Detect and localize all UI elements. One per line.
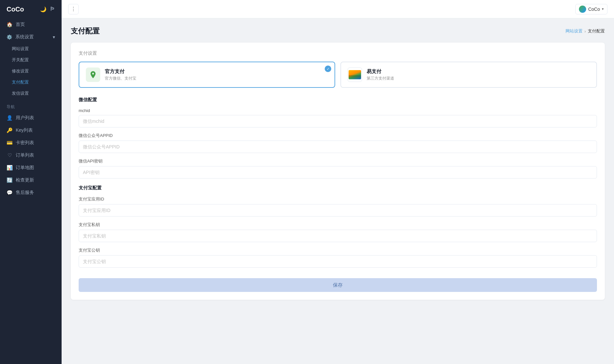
mchid-label: mchid	[79, 108, 597, 113]
yifu-payment-name: 易支付	[367, 68, 394, 75]
content-area: 支付配置 网站设置 › 支付配置 支付设置 官方支付	[62, 18, 614, 364]
after-sales-label: 售后服务	[16, 190, 34, 196]
official-payment-info: 官方支付 官方微信、支付宝	[105, 68, 136, 81]
save-button[interactable]: 保存	[79, 278, 597, 292]
modify-settings-label: 修改设置	[12, 68, 29, 74]
menu-button[interactable]: ⋮	[68, 4, 79, 14]
sidebar-item-home-label: 首页	[16, 22, 25, 28]
sidebar-item-check-update[interactable]: 🔄 检查更新	[0, 174, 62, 186]
username: CoCo	[588, 7, 600, 12]
form-group-api-key: 微信API密钥	[79, 158, 597, 179]
yifu-payment-desc: 第三方支付渠道	[367, 76, 394, 81]
yifu-card-inner	[349, 70, 361, 79]
settings-icon: ⚙️	[7, 34, 12, 40]
appid-label: 微信公众号APPID	[79, 133, 597, 139]
sidebar-parent-left: ⚙️ 系统设置	[7, 34, 34, 40]
breadcrumb-separator: ›	[585, 29, 586, 34]
api-key-input[interactable]	[79, 166, 597, 179]
main-area: ⋮ CoCo ▾ 支付配置 网站设置 › 支付配置 支付设置	[62, 0, 614, 364]
sidebar-item-email-settings[interactable]: 发信设置	[0, 88, 62, 99]
form-group-alipay-appid: 支付宝应用ID	[79, 196, 597, 217]
nav-section-header: 导航	[0, 99, 62, 112]
avatar	[579, 6, 586, 13]
dots-icon: ⋮	[71, 6, 76, 12]
yifu-payment-icon	[348, 67, 362, 82]
chevron-down-icon: ▾	[53, 34, 55, 40]
form-group-alipay-private-key: 支付宝私钥	[79, 222, 597, 242]
alipay-private-key-label: 支付宝私钥	[79, 222, 597, 228]
flag-icon[interactable]: 🏳	[50, 6, 55, 12]
moon-icon[interactable]: 🌙	[40, 6, 47, 12]
sidebar-system-settings-label: 系统设置	[15, 34, 34, 40]
refresh-icon: 🔄	[7, 177, 12, 183]
sidebar-item-switch-config[interactable]: 开关配置	[0, 54, 62, 66]
app-name: CoCo	[7, 6, 24, 13]
website-settings-label: 网站设置	[12, 46, 29, 52]
topbar: ⋮ CoCo ▾	[62, 0, 614, 18]
wechat-config-title: 微信配置	[79, 97, 597, 103]
official-payment-desc: 官方微信、支付宝	[105, 76, 136, 81]
alipay-appid-label: 支付宝应用ID	[79, 196, 597, 202]
sidebar-item-system-settings[interactable]: ⚙️ 系统设置 ▾	[0, 31, 62, 43]
api-key-label: 微信API密钥	[79, 158, 597, 164]
page-title: 支付配置	[71, 26, 100, 36]
breadcrumb-parent[interactable]: 网站设置	[566, 28, 583, 34]
sidebar-item-order-list[interactable]: ♡ 订单列表	[0, 149, 62, 162]
sidebar-item-modify-settings[interactable]: 修改设置	[0, 66, 62, 77]
sidebar-item-website-settings[interactable]: 网站设置	[0, 43, 62, 54]
sidebar-item-key-list[interactable]: 🔑 Key列表	[0, 124, 62, 137]
official-payment-name: 官方支付	[105, 68, 136, 75]
topbar-left: ⋮	[68, 4, 79, 14]
breadcrumb-current: 支付配置	[588, 28, 605, 34]
payment-config-label: 支付配置	[12, 79, 29, 85]
topbar-right: CoCo ▾	[575, 4, 607, 14]
alipay-appid-input[interactable]	[79, 204, 597, 217]
sidebar-item-payment-config[interactable]: 支付配置	[0, 77, 62, 88]
sidebar-item-user-list[interactable]: 👤 用户列表	[0, 112, 62, 124]
email-settings-label: 发信设置	[12, 90, 29, 96]
sidebar-logo: CoCo 🌙 🏳	[0, 0, 62, 18]
payment-card: 支付设置 官方支付 官方微信、支付宝 ✓	[71, 43, 605, 300]
user-badge[interactable]: CoCo ▾	[575, 4, 607, 14]
order-map-label: 订单地图	[16, 165, 34, 171]
alipay-private-key-input[interactable]	[79, 230, 597, 242]
order-list-label: 订单列表	[16, 152, 34, 158]
alipay-public-key-label: 支付宝公钥	[79, 247, 597, 253]
page-header: 支付配置 网站设置 › 支付配置	[71, 26, 605, 36]
payment-section-title: 支付设置	[79, 50, 597, 56]
form-group-mchid: mchid	[79, 108, 597, 127]
user-icon: 👤	[7, 115, 12, 121]
card-icon: 💳	[7, 140, 12, 146]
appid-input[interactable]	[79, 141, 597, 153]
official-payment-icon	[86, 67, 100, 82]
official-check-badge: ✓	[325, 66, 331, 72]
sidebar-item-card-list[interactable]: 💳 卡密列表	[0, 137, 62, 149]
alipay-public-key-input[interactable]	[79, 255, 597, 268]
sidebar-item-order-map[interactable]: 📊 订单地图	[0, 162, 62, 174]
home-icon: 🏠	[7, 22, 12, 28]
user-chevron-icon: ▾	[602, 7, 604, 11]
payment-option-official[interactable]: 官方支付 官方微信、支付宝 ✓	[79, 62, 335, 88]
sidebar-item-home[interactable]: 🏠 首页	[0, 18, 62, 31]
form-group-alipay-public-key: 支付宝公钥	[79, 247, 597, 268]
key-list-label: Key列表	[16, 127, 33, 133]
user-list-label: 用户列表	[16, 115, 34, 121]
sidebar-item-after-sales[interactable]: 💬 售后服务	[0, 186, 62, 199]
check-update-label: 检查更新	[16, 177, 34, 183]
sidebar-logo-icons: 🌙 🏳	[40, 6, 55, 12]
mchid-input[interactable]	[79, 115, 597, 127]
chart-icon: 📊	[7, 165, 12, 171]
switch-config-label: 开关配置	[12, 57, 29, 63]
chat-icon: 💬	[7, 190, 12, 196]
heart-icon: ♡	[7, 152, 12, 158]
card-list-label: 卡密列表	[16, 140, 34, 146]
yifu-payment-info: 易支付 第三方支付渠道	[367, 68, 394, 81]
sidebar: CoCo 🌙 🏳 🏠 首页 ⚙️ 系统设置 ▾ 网站设置 开关配置 修改设置 支…	[0, 0, 62, 364]
payment-option-yifu[interactable]: 易支付 第三方支付渠道	[340, 62, 597, 88]
alipay-config-title: 支付宝配置	[79, 185, 597, 191]
breadcrumb: 网站设置 › 支付配置	[566, 28, 605, 34]
payment-options: 官方支付 官方微信、支付宝 ✓ 易支付 第三方支付渠道	[79, 62, 597, 88]
key-icon: 🔑	[7, 127, 12, 133]
form-group-appid: 微信公众号APPID	[79, 133, 597, 153]
